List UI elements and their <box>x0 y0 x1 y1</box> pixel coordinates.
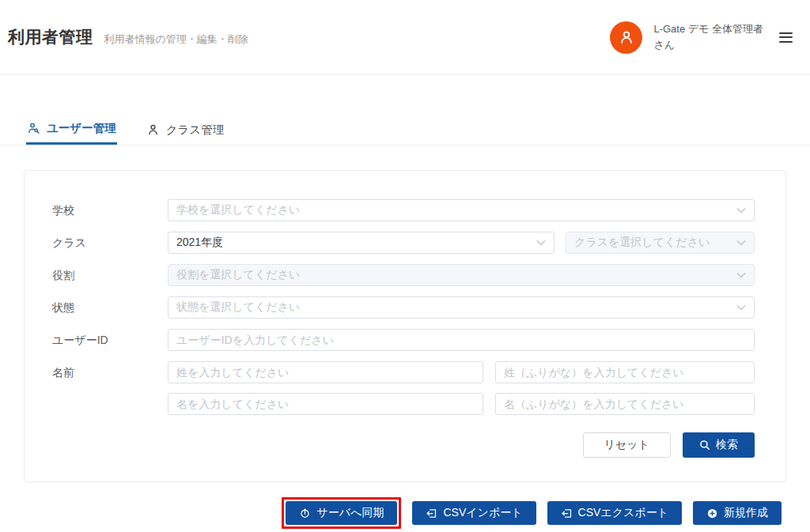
user-id-label: ユーザーID <box>52 329 168 351</box>
year-select[interactable]: 2021年度 <box>168 232 555 254</box>
card-buttons: リセット 検索 <box>52 432 755 458</box>
page-title: 利用者管理 <box>8 26 93 48</box>
page-subtitle: 利用者情報の管理・編集・削除 <box>104 32 248 47</box>
header-right: L-Gate デモ 全体管理者 さん <box>610 21 793 54</box>
tabs-bar: ユーザー管理 クラス管理 <box>0 115 810 145</box>
user-id-input[interactable] <box>168 329 755 351</box>
last-name-input[interactable] <box>168 361 483 383</box>
highlight-annotation: サーバへ同期 <box>282 497 401 529</box>
sync-server-button-label: サーバへ同期 <box>316 506 384 520</box>
class-row: クラス 2021年度 クラスを選択してください <box>52 232 755 254</box>
class-select[interactable]: クラスを選択してください <box>566 232 755 254</box>
csv-export-button-label: CSVエクスポート <box>578 506 668 520</box>
actions-row: サーバへ同期 CSVインポート CSVエクスポート 新規作成 <box>0 497 810 529</box>
plus-circle-icon <box>706 507 718 519</box>
csv-import-icon <box>426 507 437 519</box>
csv-export-icon <box>561 507 573 519</box>
tab-user-management[interactable]: ユーザー管理 <box>26 115 117 145</box>
menu-icon[interactable] <box>779 29 793 46</box>
tab-class-management[interactable]: クラス管理 <box>146 115 225 145</box>
status-row: 状態 状態を選択してください <box>52 296 755 319</box>
search-button-label: 検索 <box>716 438 738 452</box>
chevron-down-icon <box>736 304 746 311</box>
upload-sync-icon <box>299 507 311 519</box>
status-select[interactable]: 状態を選択してください <box>168 296 755 319</box>
avatar[interactable] <box>610 21 642 54</box>
user-management-icon <box>27 122 40 135</box>
role-label: 役割 <box>52 264 168 286</box>
tab-class-management-label: クラス管理 <box>166 123 225 138</box>
create-new-button[interactable]: 新規作成 <box>693 501 782 525</box>
chevron-down-icon <box>736 240 746 246</box>
sync-server-button[interactable]: サーバへ同期 <box>286 501 397 525</box>
search-form-card: 学校 学校を選択してください クラス 2021年度 クラスを選択してください 役… <box>24 170 786 482</box>
create-new-button-label: 新規作成 <box>724 506 768 520</box>
first-name-kana-input[interactable] <box>495 393 755 415</box>
reset-button[interactable]: リセット <box>583 432 671 458</box>
person-icon <box>618 28 635 46</box>
name-row: 名前 <box>52 361 755 415</box>
tab-user-management-label: ユーザー管理 <box>47 121 116 136</box>
school-select[interactable]: 学校を選択してください <box>168 199 755 221</box>
role-row: 役割 役割を選択してください <box>52 264 755 286</box>
search-icon <box>699 440 710 451</box>
name-label: 名前 <box>52 361 168 415</box>
csv-import-button-label: CSVインポート <box>443 506 522 520</box>
user-id-row: ユーザーID <box>52 329 755 351</box>
status-label: 状態 <box>52 296 168 319</box>
status-select-placeholder: 状態を選択してください <box>176 300 300 315</box>
class-label: クラス <box>52 232 168 254</box>
chevron-down-icon <box>736 207 746 213</box>
csv-export-button[interactable]: CSVエクスポート <box>547 501 682 525</box>
role-select-placeholder: 役割を選択してください <box>176 268 300 282</box>
user-name-line1: L-Gate デモ 全体管理者 <box>653 21 763 37</box>
first-name-input[interactable] <box>168 393 483 415</box>
school-row: 学校 学校を選択してください <box>52 199 755 221</box>
reset-button-label: リセット <box>604 438 649 452</box>
search-button[interactable]: 検索 <box>683 432 755 458</box>
last-name-kana-input[interactable] <box>495 361 755 383</box>
title-group: 利用者管理 利用者情報の管理・編集・削除 <box>8 26 248 48</box>
year-select-value: 2021年度 <box>176 236 223 250</box>
page-header: 利用者管理 利用者情報の管理・編集・削除 L-Gate デモ 全体管理者 さん <box>0 0 810 75</box>
csv-import-button[interactable]: CSVインポート <box>412 501 536 525</box>
chevron-down-icon <box>736 272 746 278</box>
class-management-icon <box>146 123 160 137</box>
user-name: L-Gate デモ 全体管理者 さん <box>653 21 763 53</box>
school-select-placeholder: 学校を選択してください <box>176 203 300 217</box>
class-select-placeholder: クラスを選択してください <box>574 236 710 250</box>
school-label: 学校 <box>52 199 168 221</box>
chevron-down-icon <box>536 240 546 246</box>
role-select[interactable]: 役割を選択してください <box>168 264 755 286</box>
user-name-line2: さん <box>653 37 763 53</box>
